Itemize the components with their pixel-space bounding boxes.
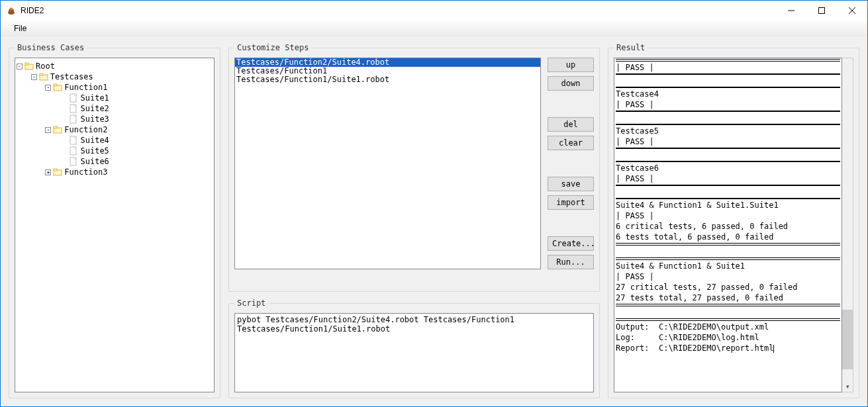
scroll-down-icon[interactable]: ▾ — [842, 381, 853, 392]
result-panel: Result | PASS | Testcase4| PASS | Testca… — [608, 43, 859, 398]
tree-node-function1[interactable]: - Function1 — [17, 82, 213, 93]
result-line: 6 critical tests, 6 passed, 0 failed — [616, 221, 840, 232]
text-caret — [773, 345, 774, 353]
result-line: Suite4 & Function1 & Suite1 — [616, 261, 840, 271]
separator — [616, 111, 840, 112]
file-icon — [69, 136, 78, 145]
result-line: Log: C:\RIDE2DEMO\log.html — [616, 332, 840, 343]
result-line: Output: C:\RIDE2DEMO\output.xml — [616, 322, 840, 332]
file-icon — [69, 146, 78, 156]
menubar: File — [1, 21, 867, 36]
result-line: | PASS | — [616, 136, 840, 147]
result-legend: Result — [614, 43, 648, 52]
separator-double — [616, 243, 840, 246]
result-line — [616, 307, 840, 318]
folder-open-icon — [53, 125, 62, 134]
result-line: 27 critical tests, 27 passed, 0 failed — [616, 282, 840, 293]
middle-column: Customize Steps Testcases/Function2/Suit… — [228, 43, 600, 398]
import-button[interactable]: import — [548, 195, 594, 210]
tree-node-function2[interactable]: - Function2 — [17, 124, 213, 135]
script-legend: Script — [234, 298, 268, 308]
create-button[interactable]: Create... — [548, 236, 594, 251]
save-button[interactable]: save — [548, 177, 594, 191]
result-output[interactable]: | PASS | Testcase4| PASS | Testcase5| PA… — [614, 58, 842, 392]
menu-file[interactable]: File — [9, 23, 32, 34]
titlebar: RIDE2 — [1, 1, 867, 21]
customize-steps-legend: Customize Steps — [234, 43, 311, 52]
maximize-button[interactable] — [806, 1, 837, 21]
result-line: Testcase5 — [616, 126, 840, 136]
file-icon — [69, 114, 78, 124]
separator-double — [616, 318, 840, 321]
tree-node-suite4[interactable]: Suite4 — [17, 135, 213, 146]
result-line: Testcase6 — [616, 163, 840, 173]
result-line: 27 tests total, 27 passed, 0 failed — [616, 293, 840, 303]
minimize-button[interactable] — [776, 1, 806, 21]
close-button[interactable] — [837, 1, 867, 21]
tree-node-function3[interactable]: + Function3 — [17, 167, 213, 177]
tree-node-testcases[interactable]: - Testcases — [17, 71, 213, 82]
folder-open-icon — [39, 72, 48, 81]
svg-rect-20 — [54, 126, 57, 128]
tree-node-suite1[interactable]: Suite1 — [17, 93, 213, 103]
separator — [616, 161, 840, 162]
tree-node-suite2[interactable]: Suite2 — [17, 103, 213, 114]
separator-double — [616, 59, 840, 62]
down-button[interactable]: down — [548, 76, 594, 91]
result-line — [616, 246, 840, 257]
file-icon — [69, 93, 78, 103]
svg-rect-28 — [54, 169, 57, 171]
result-line: | PASS | — [616, 210, 840, 221]
steps-buttons: up down del clear save import Create... … — [548, 58, 594, 269]
folder-open-icon — [24, 62, 34, 71]
up-button[interactable]: up — [548, 58, 594, 72]
window-controls — [776, 1, 867, 21]
scrollbar-thumb[interactable] — [842, 310, 853, 369]
script-textarea[interactable]: pybot Testcases/Function2/Suite4.robot T… — [234, 313, 594, 392]
separator-double — [616, 304, 840, 306]
svg-rect-8 — [25, 63, 28, 65]
file-icon — [69, 157, 78, 166]
separator-double — [616, 257, 840, 260]
step-row[interactable]: Testcases/Function1/Suite1.robot — [235, 75, 540, 84]
del-button[interactable]: del — [548, 117, 594, 132]
folder-icon — [53, 167, 62, 177]
tree-node-suite3[interactable]: Suite3 — [17, 114, 213, 124]
steps-list[interactable]: Testcases/Function2/Suite4.robotTestcase… — [234, 58, 541, 269]
tree-node-suite6[interactable]: Suite6 — [17, 156, 213, 167]
file-icon — [69, 104, 78, 113]
run-button[interactable]: Run... — [548, 255, 594, 269]
separator — [616, 198, 840, 199]
separator — [616, 124, 840, 125]
tree-view[interactable]: - Root - Testcases - F — [15, 58, 215, 392]
result-line: Testcase4 — [616, 89, 840, 99]
collapse-icon[interactable]: - — [45, 85, 51, 91]
clear-button[interactable]: clear — [548, 136, 594, 150]
result-line: | PASS | — [616, 173, 840, 184]
tree-node-suite5[interactable]: Suite5 — [17, 146, 213, 156]
separator — [616, 87, 840, 88]
app-icon — [6, 5, 17, 16]
business-cases-legend: Business Cases — [15, 43, 87, 52]
svg-rect-10 — [40, 73, 43, 75]
folder-open-icon — [53, 83, 62, 92]
svg-rect-12 — [54, 84, 57, 86]
result-line — [616, 113, 840, 123]
separator — [616, 73, 840, 75]
result-line: 6 tests total, 6 passed, 0 failed — [616, 232, 840, 242]
client-area: Business Cases - Root - Testcases — [1, 36, 867, 406]
result-line: | PASS | — [616, 271, 840, 282]
result-scrollbar[interactable]: ▾ — [842, 58, 853, 392]
tree-node-root[interactable]: - Root — [17, 61, 213, 71]
collapse-icon[interactable]: - — [17, 64, 23, 69]
expand-icon[interactable]: + — [45, 169, 51, 175]
collapse-icon[interactable]: - — [45, 127, 51, 133]
result-line: Suite4 & Function1 & Suite1.Suite1 — [616, 200, 840, 210]
result-line — [616, 150, 840, 160]
separator — [616, 148, 840, 149]
svg-rect-4 — [819, 8, 825, 14]
result-line — [616, 187, 840, 197]
separator — [616, 185, 840, 186]
result-line: Report: C:\RIDE2DEMO\report.html — [616, 343, 840, 353]
collapse-icon[interactable]: - — [31, 74, 37, 80]
